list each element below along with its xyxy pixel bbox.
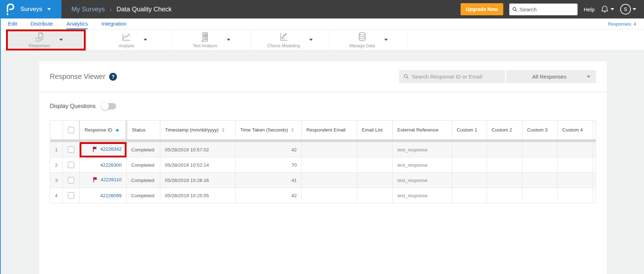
time-taken-cell: 41 [236, 173, 302, 188]
toolbar-item-analysis[interactable]: Analysis [94, 29, 172, 50]
text-document-icon [200, 32, 210, 42]
chevron-down-icon[interactable] [384, 39, 388, 41]
line-chart-icon [121, 32, 132, 42]
col-email-list[interactable]: Email List [357, 120, 393, 140]
toolbar-item-choice-modelling[interactable]: Choice Modelling [251, 29, 329, 50]
chevron-down-icon[interactable] [144, 39, 147, 41]
time-taken-cell: 70 [236, 157, 302, 173]
toolbar-item-label: Text Analysis [193, 43, 217, 48]
response-search-input[interactable] [412, 74, 500, 80]
timestamp-cell: 05/28/2019 10:52:14 [160, 157, 236, 173]
analytics-toolbar: Responses Analysis Text Analysis [0, 29, 644, 50]
custom2-cell [487, 157, 522, 173]
custom3-cell [522, 142, 558, 157]
global-search[interactable] [509, 4, 578, 15]
col-time-taken[interactable]: Time Taken (Seconds) [236, 120, 302, 140]
col-respondent-email[interactable]: Respondent Email [302, 120, 357, 140]
display-questions-toggle[interactable] [102, 103, 116, 109]
timestamp-cell: 05/28/2019 10:25:05 [160, 188, 236, 203]
survey-tab-bar: Edit Distribute Analytics Integration Re… [0, 18, 644, 29]
response-id-cell: 42226099 [80, 188, 127, 203]
custom4-cell [558, 188, 593, 203]
select-all-checkbox[interactable] [68, 127, 74, 133]
email-list-cell [357, 173, 393, 188]
col-custom-3[interactable]: Custom 3 [522, 120, 558, 140]
row-checkbox[interactable] [68, 192, 74, 199]
table-row[interactable]: 2 42226300 Completed 05/28/2019 10:52:14… [50, 157, 596, 173]
custom1-cell [452, 173, 487, 188]
help-icon[interactable]: ? [109, 73, 117, 81]
respondent-email-cell [302, 157, 357, 173]
chevron-down-icon[interactable] [59, 39, 63, 41]
response-filter-value: All Responses [512, 74, 587, 80]
custom3-cell [522, 188, 558, 203]
row-number: 4 [50, 188, 63, 203]
col-status[interactable]: Status [127, 120, 160, 140]
upgrade-now-button[interactable]: Upgrade Now [461, 3, 503, 15]
help-link[interactable]: Help [584, 6, 595, 12]
col-response-id[interactable]: Response ID [80, 120, 127, 140]
tab-integration[interactable]: Integration [101, 18, 127, 29]
toolbar-item-responses[interactable]: Responses [8, 31, 84, 49]
breadcrumb-current-survey: Data Quality Check [117, 6, 172, 13]
col-external-reference[interactable]: External Reference [393, 120, 452, 140]
chevron-down-icon[interactable] [227, 39, 230, 41]
custom3-cell [522, 173, 558, 188]
response-id-cell: 42226342 [80, 142, 127, 157]
avatar: S [620, 4, 631, 15]
row-number: 3 [50, 173, 63, 188]
tab-distribute[interactable]: Distribute [31, 18, 53, 29]
email-list-cell [357, 188, 393, 203]
custom2-cell [487, 188, 522, 203]
scroll-sliver-cell [593, 142, 596, 157]
external-reference-cell: test_response [393, 188, 452, 203]
col-custom-4[interactable]: Custom 4 [558, 120, 593, 140]
col-custom-1[interactable]: Custom 1 [452, 120, 487, 140]
account-menu[interactable]: S [620, 4, 636, 15]
row-select-cell [63, 173, 80, 188]
col-timestamp[interactable]: Timestamp (mm/dd/yyyy) [160, 120, 236, 140]
table-row[interactable]: 1 42226342 Completed 05/28/2019 10:57:02… [50, 142, 596, 157]
response-id-link[interactable]: 42226099 [100, 193, 122, 198]
response-search[interactable] [399, 70, 505, 83]
chevron-down-icon[interactable] [309, 39, 313, 41]
response-id-link[interactable]: 42226300 [100, 162, 122, 168]
row-checkbox[interactable] [68, 162, 74, 168]
flag-icon [93, 177, 98, 182]
tab-analytics[interactable]: Analytics [66, 18, 88, 29]
response-id-link[interactable]: 42226110 [101, 177, 122, 182]
tab-edit[interactable]: Edit [8, 18, 17, 29]
database-icon [357, 32, 367, 42]
custom4-cell [558, 173, 593, 188]
sort-asc-icon [116, 129, 119, 131]
breadcrumb-my-surveys[interactable]: My Surveys [71, 6, 105, 13]
chevron-down-icon [587, 76, 590, 78]
horizontal-scrollbar[interactable] [50, 140, 596, 142]
table-row[interactable]: 4 42226099 Completed 05/28/2019 10:25:05… [50, 188, 596, 203]
response-filter-dropdown[interactable]: All Responses [506, 70, 596, 83]
global-search-input[interactable] [520, 6, 574, 12]
responses-count: Responses: 4 [608, 21, 637, 27]
toolbar-item-text-analysis[interactable]: Text Analysis [172, 29, 251, 50]
questionpro-logo-icon [6, 3, 15, 15]
time-taken-cell: 42 [236, 188, 302, 203]
email-list-cell [357, 157, 393, 173]
toggle-knob [101, 102, 109, 110]
external-reference-cell: test_response [393, 142, 452, 157]
col-custom-2[interactable]: Custom 2 [487, 120, 522, 140]
custom4-cell [558, 157, 593, 173]
product-switcher[interactable]: Surveys [0, 0, 61, 18]
notifications-menu[interactable] [601, 5, 614, 14]
table-row[interactable]: 3 42226110 Completed 05/28/2019 10:26:16… [50, 173, 596, 188]
toolbar-item-manage-data[interactable]: Manage Data [329, 29, 408, 50]
hand-document-icon [34, 32, 45, 42]
response-id-link[interactable]: 42226342 [100, 146, 122, 152]
display-questions-label: Display Questions [50, 103, 96, 109]
row-select-cell [63, 142, 80, 157]
row-checkbox[interactable] [68, 177, 74, 183]
col-select-all [63, 120, 80, 140]
toolbar-item-label: Manage Data [349, 43, 375, 48]
row-checkbox[interactable] [68, 146, 74, 153]
custom1-cell [452, 188, 487, 203]
status-cell: Completed [127, 188, 160, 203]
